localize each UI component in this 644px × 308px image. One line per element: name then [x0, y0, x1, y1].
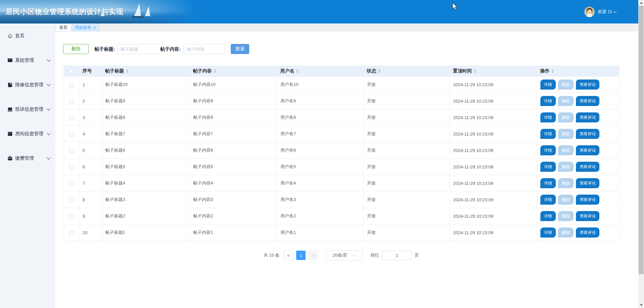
- row-delete-button[interactable]: 删除: [558, 96, 574, 106]
- post-content-input[interactable]: [183, 44, 225, 54]
- row-detail-button[interactable]: 详情: [540, 211, 556, 221]
- page-size-select[interactable]: 20条/页: [326, 250, 363, 260]
- cell-username: 用户名8: [277, 109, 364, 126]
- prev-page-button[interactable]: <: [284, 251, 293, 260]
- column-header-label: 操作: [540, 68, 550, 73]
- select-all-checkbox[interactable]: [69, 69, 74, 74]
- row-detail-button[interactable]: 详情: [540, 178, 556, 188]
- row-delete-button[interactable]: 删除: [558, 112, 574, 122]
- sort-arrows-icon[interactable]: [214, 69, 216, 73]
- cell-title: 帖子标题6: [102, 142, 190, 159]
- cell-title: 帖子标题4: [102, 175, 190, 192]
- cell-time: 2024-11-29 10:23:09: [450, 192, 537, 208]
- row-checkbox[interactable]: [69, 149, 74, 153]
- sort-arrows-icon[interactable]: [551, 69, 554, 73]
- row-detail-button[interactable]: 详情: [540, 145, 556, 155]
- column-header[interactable]: 帖子内容: [190, 66, 277, 76]
- row-detail-button[interactable]: 详情: [540, 162, 556, 172]
- row-view-comments-button[interactable]: 查看评论: [576, 195, 599, 205]
- cell-index: 8: [79, 192, 102, 208]
- sidebar-item-system-management[interactable]: 系统管理: [0, 48, 55, 72]
- column-header[interactable]: 帖子标题: [102, 66, 190, 76]
- column-header[interactable]: 用户名: [277, 66, 364, 76]
- row-detail-button[interactable]: 详情: [540, 227, 556, 238]
- row-view-comments-button[interactable]: 查看评论: [576, 80, 599, 90]
- row-delete-button[interactable]: 删除: [558, 178, 574, 188]
- row-delete-button[interactable]: 删除: [558, 145, 574, 155]
- welcome-text: 欢迎 11: [598, 9, 616, 15]
- next-page-button[interactable]: >: [309, 251, 318, 260]
- home-icon: [7, 33, 13, 39]
- sort-arrows-icon[interactable]: [378, 69, 381, 73]
- column-header[interactable]: 操作: [537, 66, 619, 76]
- row-checkbox[interactable]: [69, 83, 74, 87]
- row-view-comments-button[interactable]: 查看评论: [576, 112, 599, 122]
- row-checkbox[interactable]: [69, 116, 74, 120]
- sidebar-item-label: 报修信息管理: [15, 82, 43, 88]
- row-view-comments-button[interactable]: 查看评论: [576, 96, 599, 106]
- row-detail-button[interactable]: 详情: [540, 96, 556, 106]
- close-icon[interactable]: ×: [94, 25, 96, 30]
- post-content-label: 帖子内容:: [160, 44, 181, 54]
- scrollbar-thumb[interactable]: [639, 6, 644, 274]
- sort-arrows-icon[interactable]: [296, 69, 299, 73]
- table-row: 3帖子标题8帖子内容8用户名8开放2024-11-29 10:23:09详情删除…: [64, 109, 619, 126]
- post-title-input[interactable]: [117, 44, 160, 54]
- app-window: 居民小区物业管理系统的设计与实现 欢迎 11 首页: [0, 0, 644, 308]
- vertical-scrollbar[interactable]: [638, 0, 644, 308]
- row-detail-button[interactable]: 详情: [540, 80, 556, 90]
- row-checkbox[interactable]: [69, 182, 74, 186]
- sidebar-item-home[interactable]: 首页: [0, 23, 55, 48]
- row-checkbox-cell: [64, 126, 79, 142]
- user-menu[interactable]: 欢迎 11: [584, 0, 616, 23]
- row-detail-button[interactable]: 详情: [540, 112, 556, 122]
- column-header[interactable]: 置顶时间: [450, 66, 537, 76]
- row-checkbox[interactable]: [69, 165, 74, 169]
- row-delete-button[interactable]: 删除: [558, 211, 574, 221]
- pagination-total: 共 10 条: [264, 252, 280, 258]
- cell-username: 用户名6: [277, 142, 364, 159]
- row-detail-button[interactable]: 详情: [540, 195, 556, 205]
- scroll-down-button[interactable]: [638, 302, 644, 308]
- cell-content: 帖子内容4: [190, 175, 277, 192]
- row-view-comments-button[interactable]: 查看评论: [576, 145, 599, 155]
- sidebar-item-payment-management[interactable]: 缴费管理: [0, 146, 55, 170]
- row-delete-button[interactable]: 删除: [558, 227, 574, 238]
- cell-content: 帖子内容9: [190, 93, 277, 109]
- scroll-up-button[interactable]: [638, 0, 644, 6]
- cell-status: 开放: [364, 175, 450, 192]
- sidebar-item-room-management[interactable]: 房间信息管理: [0, 121, 55, 146]
- row-delete-button[interactable]: 删除: [558, 129, 574, 139]
- row-delete-button[interactable]: 删除: [558, 80, 574, 90]
- sort-arrows-icon[interactable]: [126, 69, 128, 73]
- column-header[interactable]: 状态: [364, 66, 450, 76]
- row-checkbox[interactable]: [69, 99, 74, 104]
- row-view-comments-button[interactable]: 查看评论: [576, 227, 599, 238]
- delete-button[interactable]: 删除: [63, 44, 89, 54]
- sort-arrows-icon[interactable]: [474, 69, 476, 73]
- cell-time: 2024-11-29 10:23:09: [450, 93, 537, 109]
- row-view-comments-button[interactable]: 查看评论: [576, 129, 599, 139]
- row-detail-button[interactable]: 详情: [540, 129, 556, 139]
- row-checkbox[interactable]: [69, 132, 74, 137]
- pagination: 共 10 条 < 1 > 20条/页 前往 页: [64, 250, 619, 260]
- sidebar-item-complaint-management[interactable]: 投诉信息管理: [0, 97, 55, 121]
- page-number-button[interactable]: 1: [296, 251, 306, 260]
- row-checkbox-cell: [64, 142, 79, 159]
- row-delete-button[interactable]: 删除: [558, 162, 574, 172]
- row-checkbox[interactable]: [69, 214, 74, 219]
- row-checkbox[interactable]: [69, 198, 74, 202]
- goto-page-input[interactable]: [382, 251, 412, 260]
- tab-home[interactable]: 首页: [55, 23, 71, 32]
- cell-content: 帖子内容1: [190, 224, 277, 241]
- search-button[interactable]: 搜索: [231, 44, 249, 54]
- row-view-comments-button[interactable]: 查看评论: [576, 211, 599, 221]
- user-avatar[interactable]: [584, 7, 595, 17]
- table-row: 10帖子标题1帖子内容1用户名1开放2024-11-29 10:23:09详情删…: [64, 224, 619, 241]
- row-view-comments-button[interactable]: 查看评论: [576, 162, 599, 172]
- row-checkbox[interactable]: [69, 231, 74, 235]
- row-delete-button[interactable]: 删除: [558, 195, 574, 205]
- tab-my-posts[interactable]: 我的发布 ×: [71, 23, 100, 32]
- row-view-comments-button[interactable]: 查看评论: [576, 178, 599, 188]
- sidebar-item-repair-management[interactable]: 报修信息管理: [0, 72, 55, 97]
